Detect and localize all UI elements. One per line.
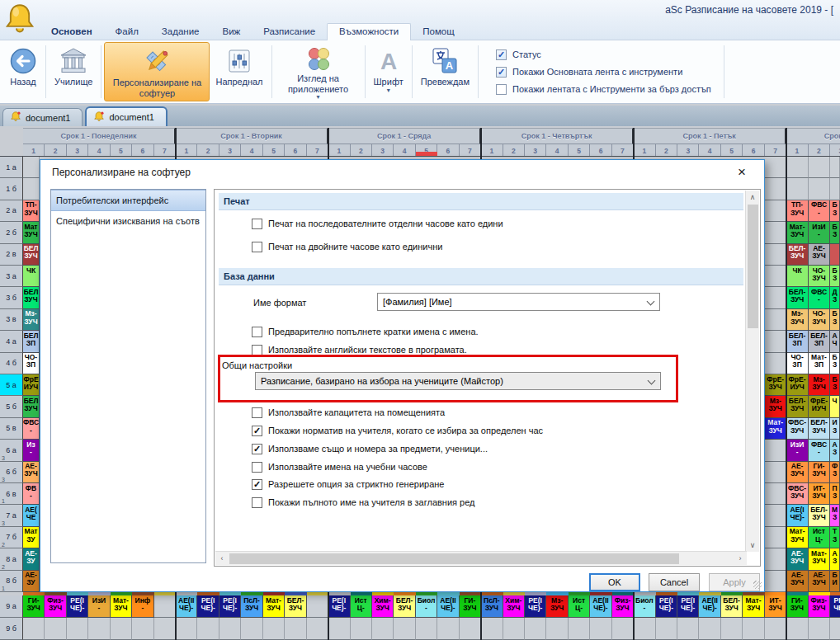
- period-header[interactable]: 3: [372, 144, 394, 157]
- lesson-cell[interactable]: ФВ-: [23, 483, 40, 505]
- lesson-cell[interactable]: Мз-ЗУЧ: [809, 374, 830, 396]
- lesson-cell[interactable]: [88, 618, 110, 640]
- lesson-cell[interactable]: Из-: [23, 440, 40, 461]
- row-label[interactable]: 5 б: [0, 396, 23, 417]
- lesson-cell[interactable]: [765, 222, 786, 243]
- ribbon-button-school[interactable]: Училище: [49, 42, 98, 101]
- lesson-cell[interactable]: ФрЕ-ИУЧ: [809, 396, 830, 417]
- lesson-cell[interactable]: [241, 618, 262, 640]
- dialog-checkbox[interactable]: Използвайте капацитета на помещенията: [252, 406, 445, 419]
- period-header[interactable]: 5: [721, 144, 743, 157]
- ribbon-tab-0[interactable]: Основен: [40, 24, 104, 40]
- lesson-cell[interactable]: [569, 618, 590, 640]
- lesson-cell[interactable]: Мз-ЗУЧ: [23, 309, 40, 331]
- lesson-cell[interactable]: БЕЛ-ЗУЧ: [721, 595, 743, 618]
- lesson-cell[interactable]: [765, 331, 786, 352]
- lesson-cell[interactable]: [590, 618, 611, 640]
- lesson-cell[interactable]: [197, 618, 219, 640]
- lesson-cell[interactable]: [23, 178, 40, 200]
- dialog-checkbox[interactable]: ✓Разрешете опция за стриктно генериране: [252, 478, 444, 491]
- lesson-cell[interactable]: БИ: [830, 571, 840, 592]
- lesson-cell[interactable]: БЕЛЗУЧ: [23, 244, 40, 266]
- lesson-cell[interactable]: ФВС-: [809, 200, 830, 222]
- lesson-cell[interactable]: [677, 618, 699, 640]
- period-header[interactable]: 3: [677, 144, 699, 157]
- lesson-cell[interactable]: [176, 618, 197, 640]
- scroll-down-icon[interactable]: ∨: [746, 539, 759, 552]
- lesson-cell[interactable]: [765, 527, 786, 548]
- lesson-cell[interactable]: [830, 178, 840, 200]
- day-header-3[interactable]: Срок 1 - Четвъртък: [481, 128, 634, 144]
- lesson-cell[interactable]: [765, 309, 786, 331]
- ribbon-checkbox-1[interactable]: ✓Покажи Основната лента с инструменти: [496, 67, 711, 78]
- lesson-cell[interactable]: БЕЛ-ЗУЧ: [809, 418, 830, 440]
- period-header[interactable]: 6: [285, 144, 306, 157]
- lesson-cell[interactable]: АЕ(IIЧЕ)-: [590, 595, 611, 618]
- row-label[interactable]: 1 а: [0, 157, 23, 178]
- lesson-cell[interactable]: Биол-: [634, 595, 655, 618]
- lesson-cell[interactable]: БЗ: [830, 353, 840, 374]
- lesson-cell[interactable]: АЗ: [830, 440, 840, 461]
- dialog-checkbox[interactable]: Използвайте имена на учебни часове: [252, 460, 427, 473]
- lesson-cell[interactable]: АЕ(IЧЕ)-: [786, 505, 808, 526]
- dialog-checkbox[interactable]: ✓Покажи норматив на учителя, когато се и…: [252, 424, 543, 437]
- ribbon-button-app-view[interactable]: Изглед на приложението▾: [275, 42, 362, 101]
- lesson-cell[interactable]: Биол-: [416, 595, 437, 618]
- period-header[interactable]: 3: [67, 144, 88, 157]
- period-header[interactable]: 1: [786, 144, 808, 157]
- lesson-cell[interactable]: [372, 618, 394, 640]
- lesson-cell[interactable]: БЕЛ-ЗУЧ: [786, 396, 808, 417]
- period-header[interactable]: 4: [546, 144, 568, 157]
- period-header[interactable]: 1: [328, 144, 350, 157]
- lesson-cell[interactable]: ПсЛ-ЗУЧ: [481, 595, 503, 618]
- lesson-cell[interactable]: АЧ: [830, 331, 840, 352]
- lesson-cell[interactable]: БЕЛ-ЗУЧ: [809, 505, 830, 526]
- lesson-cell[interactable]: ИстЦ-: [569, 595, 590, 618]
- lesson-cell[interactable]: [830, 157, 840, 178]
- lesson-cell[interactable]: [154, 618, 176, 640]
- lesson-cell[interactable]: МЗ: [830, 505, 840, 526]
- period-header[interactable]: 4: [394, 144, 415, 157]
- lesson-cell[interactable]: БЕЛ-ЗУЧ: [786, 287, 808, 308]
- row-label[interactable]: 9 б: [0, 618, 23, 640]
- lesson-cell[interactable]: Инф-: [132, 595, 153, 618]
- lesson-cell[interactable]: Мз-ЗУЧ: [786, 309, 808, 331]
- row-label[interactable]: 4 а: [0, 331, 23, 352]
- ribbon-button-font[interactable]: AШрифт▾: [368, 42, 409, 101]
- lesson-cell[interactable]: [460, 618, 481, 640]
- lesson-cell[interactable]: [154, 595, 176, 618]
- lesson-cell[interactable]: [67, 618, 88, 640]
- lesson-cell[interactable]: ЧО-ЗП: [23, 353, 40, 374]
- lesson-cell[interactable]: БЕЛ-ЗУЧ: [786, 244, 808, 266]
- scroll-up-icon[interactable]: ∧: [746, 191, 759, 204]
- category-item-0[interactable]: Потребителски интерфейс: [51, 190, 205, 211]
- period-header[interactable]: 3: [525, 144, 546, 157]
- lesson-cell[interactable]: [285, 618, 306, 640]
- horizontal-scrollbar[interactable]: ‹ ›: [215, 551, 747, 565]
- lesson-cell[interactable]: [765, 571, 786, 592]
- row-label[interactable]: 7 а3: [0, 505, 23, 526]
- day-header-0[interactable]: Срок 1 - Понеделник: [23, 128, 176, 144]
- lesson-cell[interactable]: АЕ-ЗУЧ: [786, 548, 808, 570]
- row-label[interactable]: 3 а: [0, 266, 23, 287]
- period-header[interactable]: 1: [634, 144, 655, 157]
- ribbon-tab-4[interactable]: Разписание: [252, 24, 327, 40]
- lesson-cell[interactable]: ПЗ: [830, 483, 840, 505]
- period-header[interactable]: 4: [241, 144, 262, 157]
- lesson-cell[interactable]: [23, 157, 40, 178]
- lesson-cell[interactable]: ИТ-ЗУЧ: [765, 595, 786, 618]
- lesson-cell[interactable]: АЕ-ЗУ: [23, 548, 40, 570]
- lesson-cell[interactable]: ЧО-ЗУЧ: [809, 309, 830, 331]
- period-header[interactable]: 1: [23, 144, 45, 157]
- lesson-cell[interactable]: ФВС-: [809, 287, 830, 308]
- lesson-cell[interactable]: [743, 618, 764, 640]
- ribbon-button-customize[interactable]: Персонализиране на софтуер: [104, 42, 210, 101]
- lesson-cell[interactable]: ЧК: [23, 266, 40, 287]
- period-header[interactable]: 6: [132, 144, 153, 157]
- lesson-cell[interactable]: РЕ(IЧЕ)-: [67, 595, 88, 618]
- lesson-cell[interactable]: ФЗ: [830, 462, 840, 483]
- lesson-cell[interactable]: [351, 618, 372, 640]
- lesson-cell[interactable]: РЕ(IЧЕ)-: [677, 595, 699, 618]
- lesson-cell[interactable]: АЗ: [830, 548, 840, 570]
- period-header[interactable]: 5: [569, 144, 590, 157]
